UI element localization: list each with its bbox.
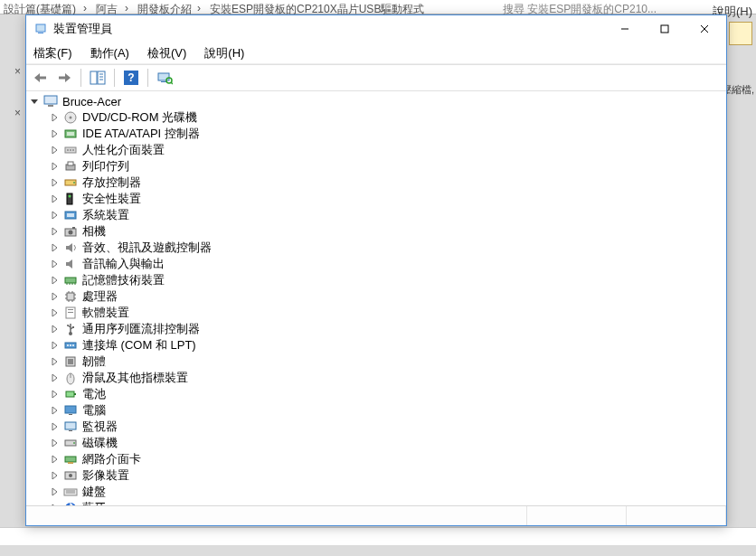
tree-node-hid[interactable]: 人性化介面裝置: [48, 142, 726, 158]
toolbar-help-button[interactable]: ?: [120, 67, 142, 89]
expander-closed-icon[interactable]: [48, 453, 61, 466]
expander-closed-icon[interactable]: [48, 339, 61, 352]
toolbar: ?: [26, 64, 726, 91]
expander-closed-icon[interactable]: [48, 469, 61, 482]
tree-node-label: 電池: [82, 386, 106, 402]
tree-node-keyboard[interactable]: 鍵盤: [48, 484, 726, 500]
expander-closed-icon[interactable]: [48, 420, 61, 433]
svg-rect-9: [98, 71, 105, 84]
expander-closed-icon[interactable]: [48, 176, 61, 189]
expander-closed-icon[interactable]: [48, 274, 61, 287]
svg-rect-20: [48, 105, 53, 107]
expander-closed-icon[interactable]: [48, 372, 61, 384]
imaging-icon: [62, 468, 79, 483]
expander-open-icon[interactable]: [28, 95, 41, 108]
expander-closed-icon[interactable]: [48, 388, 61, 401]
tree-node-camera[interactable]: 相機: [48, 223, 726, 240]
tree-node-dvd[interactable]: DVD/CD-ROM 光碟機: [48, 109, 726, 126]
expander-closed-icon[interactable]: [48, 111, 61, 124]
tree-node-label: 韌體: [82, 353, 106, 370]
minimize-button[interactable]: [605, 16, 645, 42]
tree-node-storage[interactable]: 存放控制器: [48, 174, 726, 191]
disc-icon: [62, 110, 79, 125]
svg-point-64: [72, 344, 74, 346]
tree-node-label: DVD/CD-ROM 光碟機: [82, 109, 197, 126]
expander-closed-icon[interactable]: [48, 144, 61, 156]
expander-closed-icon[interactable]: [48, 404, 61, 417]
expander-closed-icon[interactable]: [48, 258, 61, 270]
tree-node-label: 音效、視訊及遊戲控制器: [82, 240, 212, 256]
tree-node-imaging[interactable]: 影像裝置: [48, 467, 726, 484]
tree-node-printq[interactable]: 列印佇列: [48, 158, 726, 174]
tree-node-label: 連接埠 (COM 和 LPT): [82, 337, 196, 353]
close-button[interactable]: [685, 16, 724, 42]
app-icon: [33, 22, 48, 36]
firmware-icon: [62, 354, 79, 369]
tree-node-memory[interactable]: 記憶體技術裝置: [48, 272, 726, 288]
tree-node-label: 人性化介面裝置: [82, 142, 165, 158]
expander-closed-icon[interactable]: [48, 485, 61, 498]
toolbar-show-hidden-button[interactable]: [87, 67, 109, 89]
svg-rect-45: [67, 293, 74, 300]
expander-closed-icon[interactable]: [48, 193, 61, 205]
tree-node-audioio[interactable]: 音訊輸入與輸出: [48, 256, 726, 272]
tree-node-usb[interactable]: 通用序列匯流排控制器: [48, 321, 726, 337]
svg-rect-72: [69, 414, 72, 415]
tree-node-security[interactable]: 安全性裝置: [48, 191, 726, 207]
tree-node-label: 影像裝置: [82, 467, 129, 484]
background-close-x-icon: ×: [14, 107, 21, 119]
toolbar-scan-button[interactable]: [154, 67, 175, 89]
bg-arrow-icon: ›: [197, 2, 201, 14]
tree-node-monitor[interactable]: 監視器: [48, 419, 726, 435]
status-cell: [26, 506, 527, 525]
titlebar[interactable]: 裝置管理員: [26, 15, 726, 42]
toolbar-separator: [147, 69, 148, 87]
menu-action[interactable]: 動作(A): [89, 43, 131, 63]
port-icon: [62, 338, 79, 353]
tree-node-battery[interactable]: 電池: [48, 386, 726, 402]
svg-line-18: [171, 82, 173, 84]
menu-view[interactable]: 檢視(V): [146, 43, 188, 63]
expander-closed-icon[interactable]: [48, 225, 61, 238]
tree-node-ide[interactable]: IDE ATA/ATAPI 控制器: [48, 126, 726, 142]
tree-node-disk[interactable]: 磁碟機: [48, 435, 726, 451]
tree-node-label: 電腦: [82, 402, 106, 419]
svg-rect-40: [65, 278, 76, 283]
svg-rect-77: [65, 457, 76, 462]
tree-node-network[interactable]: 網路介面卡: [48, 451, 726, 467]
svg-point-76: [73, 442, 75, 444]
svg-rect-66: [68, 359, 73, 364]
tree-node-computer[interactable]: 電腦: [48, 402, 726, 419]
tree-node-firmware[interactable]: 韌體: [48, 353, 726, 370]
svg-point-62: [67, 344, 69, 346]
tree-node-software[interactable]: 軟體裝置: [48, 305, 726, 321]
tree-node-mouse[interactable]: 滑鼠及其他指標裝置: [48, 370, 726, 386]
tree-root-node[interactable]: Bruce-Acer: [28, 93, 726, 109]
toolbar-forward-button[interactable]: [53, 67, 75, 89]
menu-file[interactable]: 檔案(F): [32, 43, 74, 63]
svg-rect-15: [158, 73, 169, 80]
tree-node-label: 存放控制器: [82, 174, 141, 191]
expander-closed-icon[interactable]: [48, 160, 61, 173]
expander-closed-icon[interactable]: [48, 306, 61, 319]
svg-point-63: [70, 344, 71, 346]
memory-icon: [62, 273, 79, 287]
network-icon: [62, 452, 79, 466]
expander-closed-icon[interactable]: [48, 127, 61, 140]
tree-node-system[interactable]: 系統裝置: [48, 207, 726, 223]
expander-closed-icon[interactable]: [48, 209, 61, 221]
tree-node-sound[interactable]: 音效、視訊及遊戲控制器: [48, 240, 726, 256]
tree-node-label: 系統裝置: [82, 207, 129, 223]
menu-help[interactable]: 說明(H): [203, 43, 246, 63]
maximize-button[interactable]: [645, 16, 685, 42]
device-tree[interactable]: Bruce-Acer DVD/CD-ROM 光碟機IDE ATA/ATAPI 控…: [26, 91, 726, 505]
tree-node-cpu[interactable]: 處理器: [48, 288, 726, 305]
camera-icon: [62, 224, 79, 239]
tree-node-ports[interactable]: 連接埠 (COM 和 LPT): [48, 337, 726, 353]
expander-closed-icon[interactable]: [48, 355, 61, 368]
expander-closed-icon[interactable]: [48, 290, 61, 303]
expander-closed-icon[interactable]: [48, 323, 61, 335]
toolbar-back-button[interactable]: [30, 67, 52, 89]
expander-closed-icon[interactable]: [48, 241, 61, 254]
expander-closed-icon[interactable]: [48, 437, 61, 449]
